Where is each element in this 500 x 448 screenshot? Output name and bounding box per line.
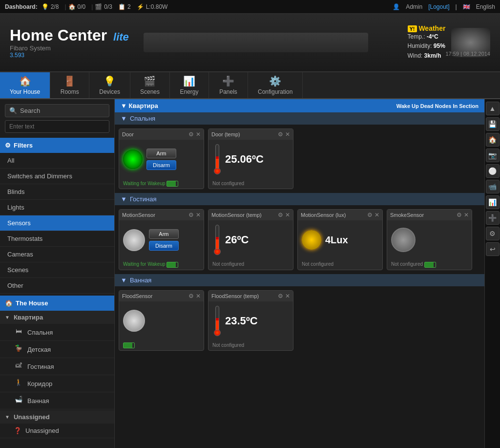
device-door-temp-title: Door (temp) [211, 131, 240, 137]
device-motion-lux-title: MotionSensor (lux) [301, 212, 346, 218]
app-title: Home Center [10, 26, 107, 44]
search-section: 🔍 Search [0, 99, 114, 138]
device-settings-icon[interactable]: ⚙ [188, 212, 194, 218]
filters-header[interactable]: ⚙ Filters [0, 138, 114, 153]
filter-scenes[interactable]: Scenes [0, 262, 114, 278]
rooms-icon: 🚪 [63, 75, 76, 87]
right-toolbar: ▲ 💾 🏠 📷 ⚪ 📹 📊 ➕ ⚙ ↩ [484, 99, 500, 448]
device-flood-title: FloodSensor [122, 293, 152, 299]
room-gostinaya[interactable]: 🛋 Гостиная [0, 358, 114, 375]
device-close-icon[interactable]: ✕ [196, 293, 201, 299]
config-icon: ⚙️ [269, 75, 281, 87]
flood-status [119, 341, 204, 350]
sidebar: 🔍 Search ⚙ Filters All Switches and Dimm… [0, 99, 115, 448]
smoke-sensor-icon [391, 228, 416, 252]
device-settings-icon[interactable]: ⚙ [188, 293, 194, 299]
toolbar-settings[interactable]: ⚙ [486, 227, 500, 240]
tab-label-your-house: Your House [10, 88, 40, 95]
user-name[interactable]: Admin [406, 3, 422, 10]
device-close-icon[interactable]: ✕ [196, 212, 201, 218]
tab-label-panels: Panels [219, 88, 237, 95]
stat-energy: ⚡ L:0.80W [137, 3, 168, 10]
unassigned-group-label: Unassigned [14, 413, 50, 421]
subsection-spalnya[interactable]: ▼ Спальня [115, 112, 484, 125]
filter-other[interactable]: Other [0, 278, 114, 294]
tab-energy[interactable]: 📊 Energy [170, 72, 209, 98]
unassigned-group[interactable]: ▼ Unassigned [0, 410, 114, 424]
filter-all[interactable]: All [0, 153, 114, 169]
wake-up-button[interactable]: Wake Up Dead Nodes In Section [396, 103, 479, 109]
filter-lights[interactable]: Lights [0, 200, 114, 215]
search-input[interactable] [5, 120, 109, 133]
logout-link[interactable]: [Logout] [428, 3, 449, 10]
toolbar-dot[interactable]: ⚪ [486, 164, 500, 178]
arm-button[interactable]: Arm [149, 229, 179, 239]
disarm-button[interactable]: Disarm [149, 241, 179, 251]
device-settings-icon[interactable]: ⚙ [278, 212, 283, 218]
room-vannaya[interactable]: 🛁 Ванная [0, 392, 114, 409]
lang-label[interactable]: English [476, 3, 495, 10]
room-koridor[interactable]: 🚶 Коридор [0, 375, 114, 392]
datetime: 17:59 | 08.12.2014 [445, 51, 490, 57]
device-settings-icon[interactable]: ⚙ [188, 131, 194, 138]
device-close-icon[interactable]: ✕ [285, 131, 290, 138]
tab-panels[interactable]: ➕ Panels [209, 72, 248, 98]
disarm-button[interactable]: Disarm [146, 160, 176, 170]
toolbar-plus[interactable]: ➕ [486, 211, 500, 225]
tab-scenes[interactable]: 🎬 Scenes [130, 72, 170, 98]
toolbar-video[interactable]: 📹 [486, 180, 500, 193]
tab-configuration[interactable]: ⚙️ Configuration [248, 72, 303, 98]
filter-thermostats[interactable]: Thermostats [0, 231, 114, 247]
device-close-icon[interactable]: ✕ [375, 212, 379, 218]
weather-provider: Weather [418, 24, 445, 32]
devices-icon: 💡 [104, 75, 116, 87]
filter-sensors[interactable]: Sensors [0, 215, 114, 231]
filter-switches[interactable]: Switches and Dimmers [0, 169, 114, 184]
group-kvartira[interactable]: ▼ Квартира [0, 311, 114, 324]
motion-temp-status: Not configured [208, 259, 293, 269]
room-spalnya[interactable]: 🛏 Спальня [0, 324, 114, 341]
device-motion: MotionSensor ⚙ ✕ Arm Disarm Waiting for … [119, 209, 204, 270]
door-status: Waiting for Wakeup [119, 179, 204, 189]
subsection-vannaya[interactable]: ▼ Ванная [115, 274, 484, 286]
filter-cameras[interactable]: Cameras [0, 247, 114, 262]
tab-devices[interactable]: 💡 Devices [89, 72, 130, 98]
device-settings-icon[interactable]: ⚙ [278, 293, 283, 299]
tab-label-configuration: Configuration [258, 88, 292, 95]
filters-label: Filters [14, 142, 33, 149]
house-icon: 🏠 [19, 75, 31, 87]
unassigned-item[interactable]: ❓ Unassigned [0, 424, 114, 438]
app-version: 3.593 [10, 52, 129, 59]
toolbar-screenshot[interactable]: 📷 [486, 149, 500, 162]
bed-icon: 🛏 [14, 327, 23, 337]
tab-label-devices: Devices [99, 88, 120, 95]
toolbar-chart[interactable]: 📊 [486, 195, 500, 209]
humidity-value: 95% [434, 43, 445, 49]
unassigned-item-label: Unassigned [25, 427, 59, 434]
filter-icon: ⚙ [5, 142, 11, 149]
search-box[interactable]: 🔍 Search [5, 104, 109, 117]
arm-button[interactable]: Arm [146, 149, 176, 158]
device-close-icon[interactable]: ✕ [285, 293, 290, 299]
energy-icon: 📊 [183, 75, 195, 87]
filter-blinds[interactable]: Blinds [0, 184, 114, 200]
tab-your-house[interactable]: 🏠 Your House [0, 72, 50, 98]
device-settings-icon[interactable]: ⚙ [278, 131, 283, 138]
room-detskaya[interactable]: 🦆 Детская [0, 341, 114, 358]
chevron-spalnya-icon: ▼ [121, 115, 127, 122]
toolbar-back[interactable]: ↩ [486, 242, 500, 256]
main-layout: 🔍 Search ⚙ Filters All Switches and Dimm… [0, 99, 500, 448]
toolbar-save[interactable]: 💾 [486, 117, 500, 131]
device-close-icon[interactable]: ✕ [285, 212, 290, 218]
device-settings-icon[interactable]: ⚙ [367, 212, 373, 218]
device-close-icon[interactable]: ✕ [464, 212, 469, 218]
device-settings-icon[interactable]: ⚙ [457, 212, 462, 218]
toolbar-home[interactable]: 🏠 [486, 133, 500, 147]
subsection-gostinaya[interactable]: ▼ Гостиная [115, 193, 484, 205]
device-close-icon[interactable]: ✕ [196, 131, 201, 138]
temp-value: -4ºC [427, 33, 438, 40]
toolbar-scroll-up[interactable]: ▲ [486, 102, 500, 115]
battery-icon [167, 181, 178, 187]
tab-rooms[interactable]: 🚪 Rooms [50, 72, 89, 98]
device-motion-lux: MotionSensor (lux) ⚙ ✕ 4Lux Not configur… [297, 209, 383, 270]
